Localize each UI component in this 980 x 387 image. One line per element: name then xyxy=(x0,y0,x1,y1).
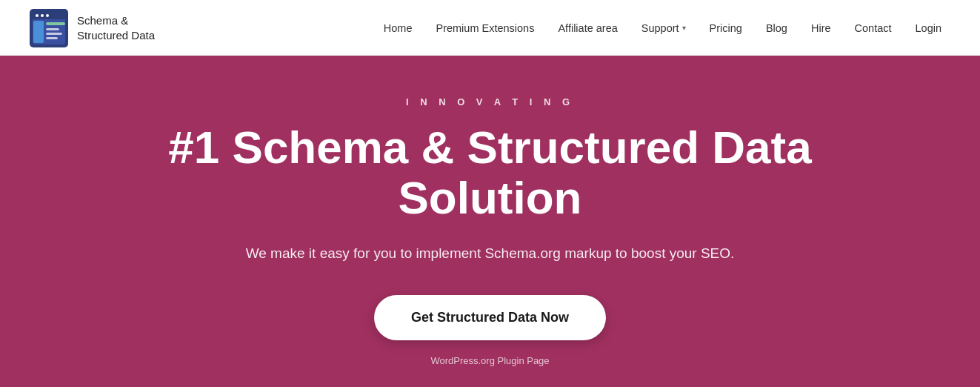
logo-icon xyxy=(30,9,68,47)
innovating-label: I N N O V A T I N G xyxy=(406,96,574,108)
svg-rect-7 xyxy=(33,21,44,43)
nav-item-home[interactable]: Home xyxy=(375,16,421,40)
logo-text: Schema & Structured Data xyxy=(77,13,155,42)
chevron-down-icon: ▾ xyxy=(682,24,686,32)
site-header: Schema & Structured Data Home Premium Ex… xyxy=(0,0,980,56)
svg-point-4 xyxy=(36,14,39,17)
svg-point-5 xyxy=(41,14,44,17)
nav-item-pricing[interactable]: Pricing xyxy=(701,16,751,40)
nav-item-affiliate[interactable]: Affiliate area xyxy=(549,16,626,40)
hero-title: #1 Schema & Structured Data Solution xyxy=(83,122,898,223)
nav-item-support[interactable]: Support ▾ xyxy=(633,16,695,40)
logo-link[interactable]: Schema & Structured Data xyxy=(30,9,155,47)
svg-rect-8 xyxy=(46,22,65,25)
svg-rect-9 xyxy=(46,28,59,30)
hero-subtitle: We make it easy for you to implement Sch… xyxy=(246,245,735,262)
wordpress-plugin-link[interactable]: WordPress.org Plugin Page xyxy=(430,355,549,366)
svg-point-6 xyxy=(46,14,49,17)
main-nav: Home Premium Extensions Affiliate area S… xyxy=(375,16,950,40)
nav-item-premium-extensions[interactable]: Premium Extensions xyxy=(427,16,543,40)
svg-rect-10 xyxy=(46,33,62,35)
cta-button[interactable]: Get Structured Data Now xyxy=(374,295,606,340)
nav-item-blog[interactable]: Blog xyxy=(757,16,796,40)
nav-item-contact[interactable]: Contact xyxy=(846,16,901,40)
svg-rect-11 xyxy=(46,37,58,39)
hero-section: I N N O V A T I N G #1 Schema & Structur… xyxy=(0,56,980,387)
nav-item-login[interactable]: Login xyxy=(907,16,950,40)
nav-item-hire[interactable]: Hire xyxy=(802,16,840,40)
